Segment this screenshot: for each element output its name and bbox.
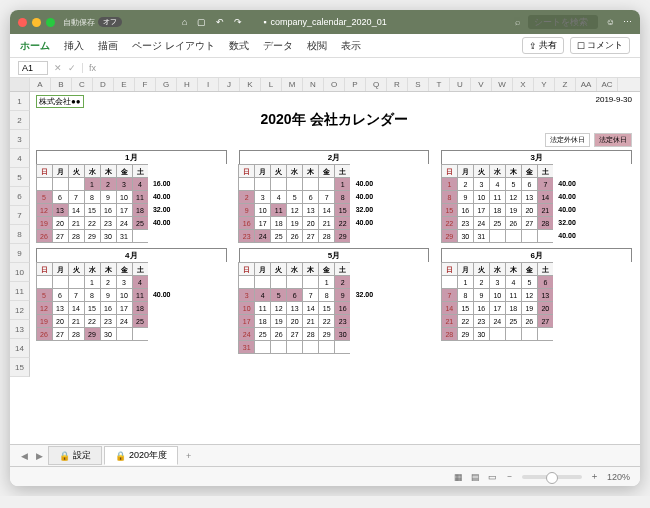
dow-cell: 水: [489, 164, 506, 178]
col-U[interactable]: U: [450, 78, 471, 91]
month-5月: 5月日月火水木金土12345678932.0010111213141516171…: [239, 248, 430, 353]
tab-review[interactable]: 校閲: [307, 39, 327, 53]
col-Z[interactable]: Z: [555, 78, 576, 91]
row-10[interactable]: 10: [10, 263, 30, 282]
undo-icon[interactable]: ↶: [216, 17, 224, 27]
cell-reference[interactable]: [18, 61, 48, 75]
view-layout-icon[interactable]: ▤: [471, 472, 480, 482]
zoom-out[interactable]: －: [505, 470, 514, 483]
col-T[interactable]: T: [429, 78, 450, 91]
next-sheet[interactable]: ▶: [33, 451, 46, 461]
col-K[interactable]: K: [240, 78, 261, 91]
zoom-slider[interactable]: [522, 475, 582, 479]
row-14[interactable]: 14: [10, 339, 30, 358]
user-icon[interactable]: ☺: [606, 17, 615, 27]
row-12[interactable]: 12: [10, 301, 30, 320]
col-X[interactable]: X: [513, 78, 534, 91]
row-4[interactable]: 4: [10, 149, 30, 168]
col-L[interactable]: L: [261, 78, 282, 91]
col-C[interactable]: C: [72, 78, 93, 91]
dow-cell: 火: [270, 262, 287, 276]
maximize-button[interactable]: [46, 18, 55, 27]
day-cell: 17: [473, 203, 490, 217]
col-M[interactable]: M: [282, 78, 303, 91]
prev-sheet[interactable]: ◀: [18, 451, 31, 461]
sheet-tab-2020[interactable]: 🔒2020年度: [104, 446, 178, 465]
tab-view[interactable]: 表示: [341, 39, 361, 53]
col-AC[interactable]: AC: [597, 78, 618, 91]
zoom-in[interactable]: ＋: [590, 470, 599, 483]
day-cell: 10: [489, 288, 506, 302]
col-B[interactable]: B: [51, 78, 72, 91]
row-6[interactable]: 6: [10, 187, 30, 206]
col-Y[interactable]: Y: [534, 78, 555, 91]
day-cell: 30: [457, 229, 474, 243]
tab-home[interactable]: ホーム: [20, 39, 50, 53]
day-cell: 6: [521, 177, 538, 191]
autosave-label: 自動保存: [63, 17, 95, 28]
col-P[interactable]: P: [345, 78, 366, 91]
row-2[interactable]: 2: [10, 111, 30, 130]
col-O[interactable]: O: [324, 78, 345, 91]
row-1[interactable]: 1: [10, 92, 30, 111]
day-cell: 27: [521, 216, 538, 230]
day-cell: [254, 275, 271, 289]
row-8[interactable]: 8: [10, 225, 30, 244]
col-J[interactable]: J: [219, 78, 240, 91]
cancel-icon[interactable]: ✕: [54, 63, 62, 73]
day-cell: 14: [537, 190, 554, 204]
close-button[interactable]: [18, 18, 27, 27]
col-E[interactable]: E: [114, 78, 135, 91]
zoom-level: 120%: [607, 472, 630, 482]
tab-layout[interactable]: ページ レイアウト: [132, 39, 215, 53]
view-break-icon[interactable]: ▭: [488, 472, 497, 482]
spreadsheet-grid[interactable]: 123456789101112131415 株式会社●● 2019-9-30 2…: [10, 92, 640, 444]
day-cell: [254, 340, 271, 354]
col-N[interactable]: N: [303, 78, 324, 91]
confirm-icon[interactable]: ✓: [68, 63, 76, 73]
col-A[interactable]: A: [30, 78, 51, 91]
save-icon[interactable]: ▢: [197, 17, 206, 27]
col-Q[interactable]: Q: [366, 78, 387, 91]
tab-draw[interactable]: 描画: [98, 39, 118, 53]
row-3[interactable]: 3: [10, 130, 30, 149]
col-F[interactable]: F: [135, 78, 156, 91]
row-11[interactable]: 11: [10, 282, 30, 301]
col-D[interactable]: D: [93, 78, 114, 91]
row-13[interactable]: 13: [10, 320, 30, 339]
col-S[interactable]: S: [408, 78, 429, 91]
col-AA[interactable]: AA: [576, 78, 597, 91]
row-9[interactable]: 9: [10, 244, 30, 263]
row-5[interactable]: 5: [10, 168, 30, 187]
col-V[interactable]: V: [471, 78, 492, 91]
col-W[interactable]: W: [492, 78, 513, 91]
redo-icon[interactable]: ↷: [234, 17, 242, 27]
home-icon[interactable]: ⌂: [182, 17, 187, 27]
share-button[interactable]: ⇪共有: [522, 37, 564, 54]
add-sheet[interactable]: +: [180, 449, 197, 463]
more-icon[interactable]: ⋯: [623, 17, 632, 27]
col-H[interactable]: H: [177, 78, 198, 91]
col-R[interactable]: R: [387, 78, 408, 91]
dow-cell: 木: [100, 262, 117, 276]
row-15[interactable]: 15: [10, 358, 30, 377]
row-7[interactable]: 7: [10, 206, 30, 225]
day-cell: [489, 229, 506, 243]
autosave-toggle[interactable]: オフ: [98, 17, 122, 27]
view-normal-icon[interactable]: ▦: [454, 472, 463, 482]
day-cell: 19: [521, 301, 538, 315]
day-cell: [334, 340, 351, 354]
print-date: 2019-9-30: [596, 95, 632, 108]
search-input[interactable]: [528, 15, 598, 29]
fx-label[interactable]: fx: [82, 63, 632, 73]
tab-data[interactable]: データ: [263, 39, 293, 53]
day-cell: 13: [52, 203, 69, 217]
comment-button[interactable]: ☐コメント: [570, 37, 630, 54]
sheet-tab-settings[interactable]: 🔒設定: [48, 446, 102, 465]
tab-insert[interactable]: 挿入: [64, 39, 84, 53]
minimize-button[interactable]: [32, 18, 41, 27]
day-cell: 13: [537, 288, 554, 302]
col-G[interactable]: G: [156, 78, 177, 91]
tab-formulas[interactable]: 数式: [229, 39, 249, 53]
col-I[interactable]: I: [198, 78, 219, 91]
